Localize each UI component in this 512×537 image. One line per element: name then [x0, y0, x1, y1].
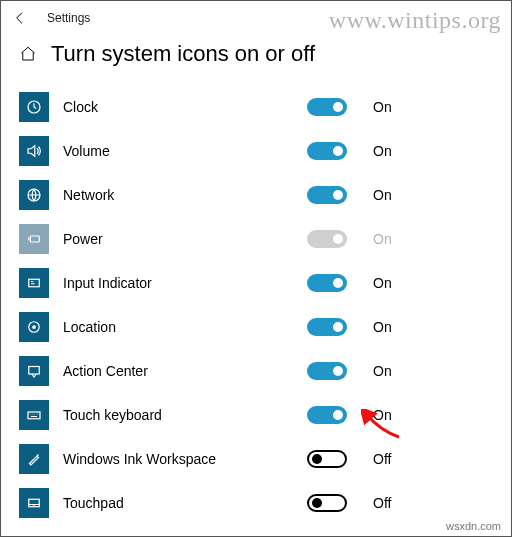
- label-windows-ink: Windows Ink Workspace: [63, 451, 293, 467]
- toggle-windows-ink[interactable]: [307, 450, 347, 468]
- back-button[interactable]: [11, 9, 29, 27]
- input-icon: [19, 268, 49, 298]
- svg-rect-6: [29, 367, 40, 375]
- label-network: Network: [63, 187, 293, 203]
- power-icon: [19, 224, 49, 254]
- state-network: On: [373, 187, 392, 203]
- svg-point-5: [32, 325, 36, 329]
- state-action-center: On: [373, 363, 392, 379]
- toggle-clock[interactable]: [307, 98, 347, 116]
- action-icon: [19, 356, 49, 386]
- label-clock: Clock: [63, 99, 293, 115]
- row-action-center: Action CenterOn: [19, 349, 493, 393]
- row-power: PowerOn: [19, 217, 493, 261]
- row-touchpad: TouchpadOff: [19, 481, 493, 525]
- svg-rect-7: [28, 412, 40, 419]
- toggle-action-center[interactable]: [307, 362, 347, 380]
- state-touchpad: Off: [373, 495, 391, 511]
- toggle-touchpad[interactable]: [307, 494, 347, 512]
- toggle-location[interactable]: [307, 318, 347, 336]
- label-touch-keyboard: Touch keyboard: [63, 407, 293, 423]
- page-title: Turn system icons on or off: [51, 41, 315, 67]
- row-location: LocationOn: [19, 305, 493, 349]
- state-clock: On: [373, 99, 392, 115]
- toggle-input-indicator[interactable]: [307, 274, 347, 292]
- state-location: On: [373, 319, 392, 335]
- state-volume: On: [373, 143, 392, 159]
- state-power: On: [373, 231, 392, 247]
- app-title: Settings: [47, 11, 90, 25]
- row-input-indicator: Input IndicatorOn: [19, 261, 493, 305]
- state-touch-keyboard: On: [373, 407, 392, 423]
- state-input-indicator: On: [373, 275, 392, 291]
- label-volume: Volume: [63, 143, 293, 159]
- row-clock: ClockOn: [19, 85, 493, 129]
- row-network: NetworkOn: [19, 173, 493, 217]
- label-power: Power: [63, 231, 293, 247]
- label-input-indicator: Input Indicator: [63, 275, 293, 291]
- row-touch-keyboard: Touch keyboardOn: [19, 393, 493, 437]
- location-icon: [19, 312, 49, 342]
- svg-rect-3: [29, 279, 40, 287]
- volume-icon: [19, 136, 49, 166]
- ink-icon: [19, 444, 49, 474]
- network-icon: [19, 180, 49, 210]
- keyboard-icon: [19, 400, 49, 430]
- toggle-network[interactable]: [307, 186, 347, 204]
- label-touchpad: Touchpad: [63, 495, 293, 511]
- label-location: Location: [63, 319, 293, 335]
- footer-text: wsxdn.com: [446, 520, 501, 532]
- row-volume: VolumeOn: [19, 129, 493, 173]
- toggle-power: [307, 230, 347, 248]
- home-icon[interactable]: [19, 45, 37, 63]
- label-action-center: Action Center: [63, 363, 293, 379]
- toggle-touch-keyboard[interactable]: [307, 406, 347, 424]
- state-windows-ink: Off: [373, 451, 391, 467]
- clock-icon: [19, 92, 49, 122]
- touchpad-icon: [19, 488, 49, 518]
- row-windows-ink: Windows Ink WorkspaceOff: [19, 437, 493, 481]
- svg-rect-2: [30, 236, 39, 242]
- toggle-volume[interactable]: [307, 142, 347, 160]
